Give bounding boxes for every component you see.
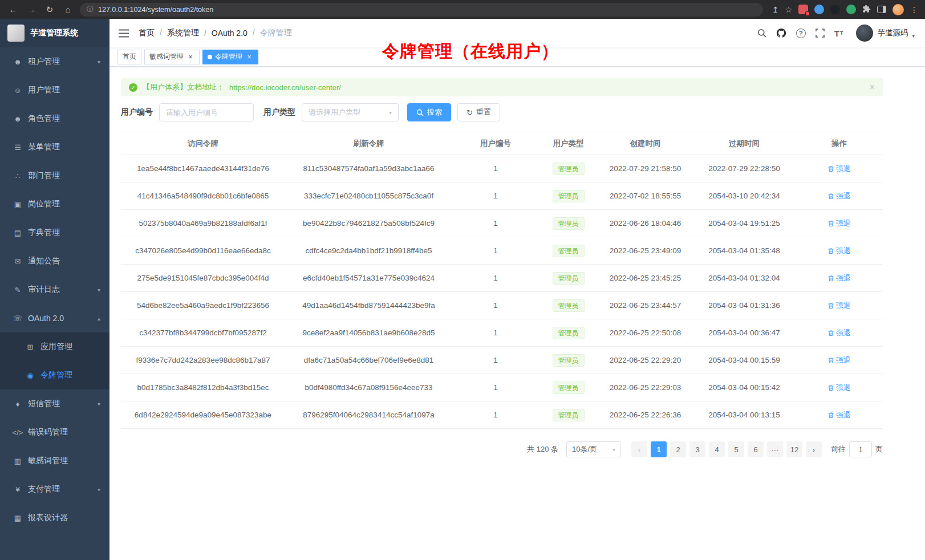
extension-icon-green[interactable] [846, 5, 856, 14]
alert-close-icon[interactable]: × [870, 82, 875, 92]
user-id-input[interactable] [159, 103, 254, 121]
table-row: 275e5de9151045fe87cbdc395e004f4d e6cfd40… [121, 265, 883, 292]
sidebar-item-notice-announcement[interactable]: ✉ 通知公告 [0, 247, 109, 275]
menu-item-label: 审计日志 [28, 285, 60, 295]
browser-home-button[interactable]: ⌂ [62, 5, 74, 14]
tab-close-icon[interactable]: × [186, 53, 194, 61]
menu-item-icon: ◉ [24, 371, 36, 380]
sidebar-toggle-icon[interactable] [119, 29, 129, 38]
extension-icon-dark[interactable] [830, 5, 840, 14]
force-logout-label: 强退 [836, 328, 851, 338]
side-panel-icon[interactable] [877, 6, 886, 13]
force-logout-button[interactable]: 强退 [827, 383, 851, 393]
page-number-button[interactable]: 12 [786, 441, 802, 457]
goto-label: 前往 [831, 444, 846, 455]
page-tab[interactable]: 敏感词管理 × [144, 50, 200, 64]
page-size-select[interactable]: 10条/页 ▾ [566, 441, 621, 457]
app-title: 芋道管理系统 [30, 28, 78, 38]
breadcrumb-item[interactable]: OAuth 2.0 [199, 29, 248, 38]
tab-close-icon[interactable]: × [245, 53, 253, 61]
force-logout-button[interactable]: 强退 [827, 218, 851, 229]
sidebar-item-oauth2[interactable]: ☏ OAuth 2.0 ▴ [0, 304, 109, 332]
breadcrumb-item[interactable]: 系统管理 [155, 28, 199, 38]
force-logout-button[interactable]: 强退 [827, 355, 851, 366]
action-cell: 强退 [796, 292, 883, 319]
browser-address-bar[interactable]: ⓘ 127.0.0.1:1024/system/oauth2/token [80, 3, 763, 17]
extension-icon-blue[interactable] [814, 5, 824, 14]
github-icon[interactable] [776, 28, 786, 38]
user-type-select[interactable]: 请选择用户类型 ▾ [302, 103, 399, 121]
force-logout-button[interactable]: 强退 [827, 191, 851, 201]
bookmark-star-icon[interactable]: ☆ [785, 5, 792, 14]
search-icon[interactable] [757, 29, 766, 38]
sidebar-menu: ☻ 租户管理 ▾ ☺ 用户管理 ☻ 角色管理 ☰ [0, 47, 109, 560]
page-number-button[interactable]: ··· [767, 441, 783, 457]
search-button[interactable]: 搜索 [407, 103, 451, 121]
menu-item-label: 角色管理 [28, 113, 60, 124]
page-number-button[interactable]: 1 [651, 441, 667, 457]
goto-page-input[interactable] [849, 441, 872, 457]
menu-item-icon: ☰ [11, 143, 24, 152]
browser-forward-button[interactable]: → [25, 5, 38, 14]
reset-button[interactable]: ↻ 重置 [457, 103, 500, 121]
page-number-button[interactable]: 3 [689, 441, 705, 457]
sidebar-item-tenant-management[interactable]: ☻ 租户管理 ▾ [0, 47, 109, 76]
menu-item-label: 敏感词管理 [28, 456, 68, 466]
sidebar-item-sensitive-word-management[interactable]: ▥ 敏感词管理 [0, 447, 109, 475]
page-number-button[interactable]: 6 [748, 441, 764, 457]
sidebar-item-dept-management[interactable]: ∴ 部门管理 [0, 161, 109, 190]
help-icon[interactable]: ? [796, 29, 806, 38]
sidebar-item-role-management[interactable]: ☻ 角色管理 [0, 104, 109, 133]
page-number-button[interactable]: 2 [670, 441, 686, 457]
refresh-token-cell: 811c530487574fa0af1a59d3abc1aa66 [285, 155, 452, 182]
app-window: 芋道管理系统 ☻ 租户管理 ▾ ☺ 用户管理 ☻ 角色管理 [0, 19, 925, 560]
force-logout-button[interactable]: 强退 [827, 410, 851, 420]
page-number-button[interactable]: 4 [709, 441, 725, 457]
sidebar-item-payment-management[interactable]: ¥ 支付管理 ▾ [0, 475, 109, 504]
sidebar-item-app-management[interactable]: ⊞ 应用管理 [0, 332, 109, 361]
site-info-icon[interactable]: ⓘ [87, 5, 94, 14]
force-logout-button[interactable]: 强退 [827, 301, 851, 311]
page-number-button[interactable]: 5 [728, 441, 744, 457]
font-size-icon[interactable]: TT [834, 29, 843, 38]
success-check-icon: ✓ [129, 83, 137, 92]
fullscreen-icon[interactable] [816, 29, 825, 38]
alert-doc-link[interactable]: https://doc.iocoder.cn/user-center/ [229, 83, 341, 92]
breadcrumb-item[interactable]: 令牌管理 [248, 28, 292, 38]
page-tab[interactable]: 首页 × [117, 50, 141, 64]
force-logout-button[interactable]: 强退 [827, 164, 851, 174]
breadcrumb-item[interactable]: 首页 [139, 28, 155, 38]
expire-time-cell: 2054-03-04 01:35:48 [693, 237, 796, 265]
menu-item-icon: ¥ [11, 485, 24, 494]
sidebar-item-audit-log[interactable]: ✎ 审计日志 ▾ [0, 275, 109, 304]
browser-back-button[interactable]: ← [7, 5, 19, 14]
sidebar-item-token-management[interactable]: ◉ 令牌管理 [0, 361, 109, 389]
browser-profile-avatar[interactable] [892, 4, 904, 15]
extensions-puzzle-icon[interactable] [862, 5, 871, 15]
force-logout-button[interactable]: 强退 [827, 328, 851, 338]
force-logout-label: 强退 [836, 273, 851, 283]
caret-down-icon: ▾ [912, 33, 915, 39]
sidebar-item-report-designer[interactable]: ▦ 报表设计器 [0, 504, 109, 532]
menu-item-label: 用户管理 [28, 85, 60, 95]
extension-icon-red[interactable] [798, 5, 808, 14]
menu-item-icon: ✎ [11, 286, 24, 294]
page-tab[interactable]: 令牌管理 × [202, 50, 258, 64]
pagination: 共 120 条 10条/页 ▾ ‹ 1 2 3 4 [121, 441, 883, 471]
browser-menu-icon[interactable]: ⋮ [910, 5, 918, 14]
menu-item-label: 支付管理 [28, 484, 60, 494]
sidebar-item-post-management[interactable]: ▣ 岗位管理 [0, 190, 109, 218]
sidebar-item-error-code-management[interactable]: </> 错误码管理 [0, 418, 109, 447]
refresh-token-cell: cdfc4ce9c2da4bb1bdf21b9918ff4be5 [285, 237, 452, 265]
prev-page-button[interactable]: ‹ [631, 441, 647, 457]
sidebar-item-user-management[interactable]: ☺ 用户管理 [0, 76, 109, 104]
sidebar-item-sms-management[interactable]: ♦ 短信管理 ▾ [0, 389, 109, 418]
sidebar-item-dict-management[interactable]: ▤ 字典管理 [0, 218, 109, 247]
force-logout-button[interactable]: 强退 [827, 246, 851, 256]
force-logout-button[interactable]: 强退 [827, 273, 851, 283]
next-page-button[interactable]: › [806, 441, 822, 457]
sidebar-item-menu-management[interactable]: ☰ 菜单管理 [0, 133, 109, 161]
share-icon[interactable]: ↥ [772, 5, 779, 14]
browser-reload-button[interactable]: ↻ [43, 5, 56, 15]
user-menu[interactable]: 芋道源码 ▾ [856, 25, 915, 42]
